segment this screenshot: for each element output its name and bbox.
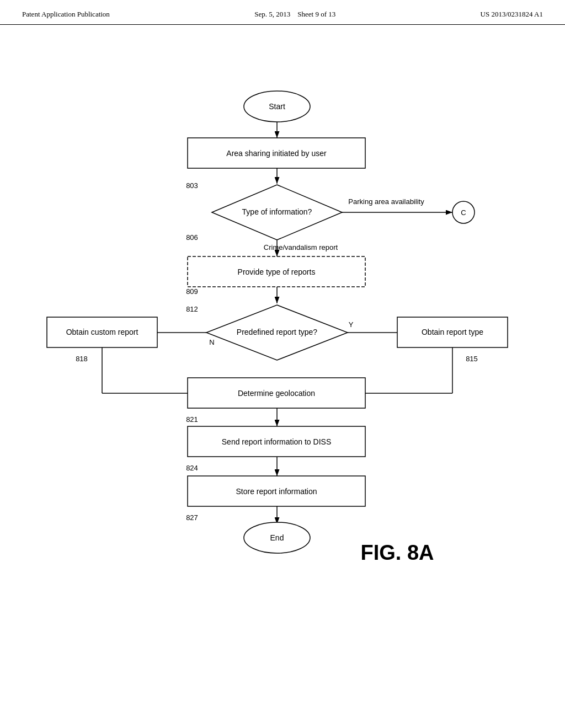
parking-label: Parking area availability — [348, 197, 424, 206]
label-815: 815 — [466, 355, 478, 363]
determine-geo-label: Determine geolocation — [238, 389, 315, 398]
label-809: 809 — [186, 287, 198, 296]
label-812: 812 — [186, 305, 198, 313]
send-report-label: Send report information to DISS — [222, 437, 331, 446]
label-821: 821 — [186, 415, 198, 424]
area-sharing-label: Area sharing initiated by user — [226, 149, 327, 158]
type-info-label: Type of information? — [242, 207, 312, 216]
header-right: US 2013/0231824 A1 — [481, 10, 543, 19]
label-827: 827 — [186, 513, 198, 522]
page-header: Patent Application Publication Sep. 5, 2… — [0, 0, 565, 25]
end-label: End — [270, 533, 284, 542]
y-label: Y — [349, 320, 354, 329]
start-label: Start — [269, 102, 285, 111]
label-824: 824 — [186, 464, 198, 472]
label-818: 818 — [76, 355, 88, 363]
header-left: Patent Application Publication — [22, 10, 110, 19]
c-label: C — [461, 208, 466, 217]
provide-reports-label: Provide type of reports — [238, 267, 316, 276]
predefined-label: Predefined report type? — [237, 328, 318, 336]
diagram-area: Start Area sharing initiated by user 803… — [0, 25, 565, 720]
flowchart-svg: Start Area sharing initiated by user 803… — [0, 25, 565, 720]
n-label: N — [209, 338, 214, 346]
crime-label: Crime/vandalism report — [264, 243, 338, 251]
label-806: 806 — [186, 233, 198, 242]
obtain-custom-label: Obtain custom report — [66, 328, 138, 336]
fig-label: FIG. 8A — [360, 541, 434, 564]
store-report-label: Store report information — [236, 487, 317, 496]
header-center: Sep. 5, 2013 Sheet 9 of 13 — [254, 10, 335, 19]
obtain-report-label: Obtain report type — [422, 328, 483, 336]
label-803: 803 — [186, 181, 198, 190]
